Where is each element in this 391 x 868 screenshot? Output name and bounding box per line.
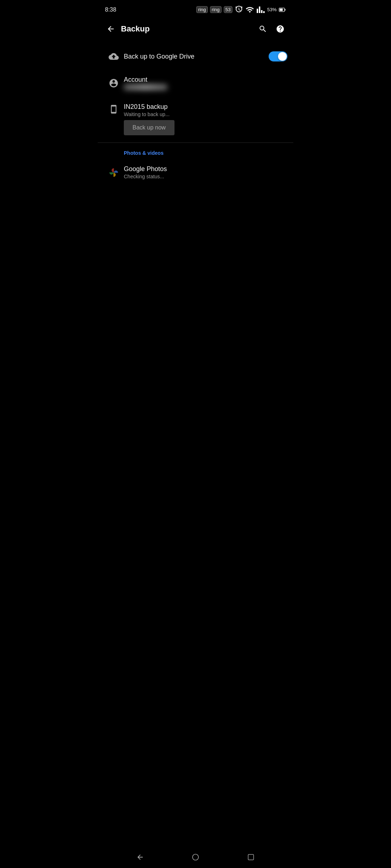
google-photos-icon-container (104, 167, 124, 178)
app-bar: Backup (98, 17, 293, 41)
google-photos-icon (108, 167, 119, 178)
section-divider (98, 142, 293, 143)
wifi-icon (245, 5, 254, 14)
backup-toggle[interactable] (269, 51, 287, 61)
photos-videos-section: Photos & videos Google Photos Checking s… (98, 144, 293, 186)
nav-recent-icon (247, 854, 255, 861)
account-content: Account (124, 76, 287, 90)
back-arrow-icon (106, 25, 115, 33)
nav-recent-button[interactable] (244, 851, 257, 864)
device-backup-title: IN2015 backup (124, 103, 287, 111)
help-button[interactable] (273, 22, 287, 36)
notif-badge-53: 53 (224, 6, 232, 13)
signal-icon (256, 5, 265, 14)
nav-bar (98, 846, 293, 868)
toggle-knob (278, 52, 287, 61)
backup-to-drive-item[interactable]: Back up to Google Drive (98, 43, 293, 69)
device-backup-content: IN2015 backup Waiting to back up... Back… (124, 103, 287, 135)
backup-now-button[interactable]: Back up now (124, 120, 175, 135)
svg-point-2 (193, 854, 199, 860)
battery-icon (279, 6, 286, 13)
settings-list: Back up to Google Drive Account IN2015 b… (98, 41, 293, 141)
status-time: 8:38 (105, 7, 116, 13)
smartphone-icon-container (104, 105, 124, 114)
google-photos-subtitle: Checking status... (124, 174, 287, 179)
account-icon-container (104, 78, 124, 88)
status-icons: ring ring 53 53% (196, 5, 286, 14)
help-icon (276, 25, 285, 33)
status-bar: 8:38 ring ring 53 53% (98, 0, 293, 17)
nav-home-icon (192, 853, 199, 861)
nav-back-icon (136, 853, 144, 861)
battery-text: 53% (267, 7, 277, 12)
account-circle-icon (109, 78, 119, 88)
cloud-upload-icon-container (104, 51, 124, 61)
nav-back-button[interactable] (134, 851, 147, 864)
ring-badge-1: ring (196, 6, 208, 13)
google-photos-title: Google Photos (124, 165, 287, 173)
app-bar-actions (256, 22, 287, 36)
backup-toggle-container[interactable] (269, 51, 287, 61)
device-backup-subtitle: Waiting to back up... (124, 111, 287, 117)
cloud-upload-icon (109, 51, 119, 61)
google-photos-content: Google Photos Checking status... (124, 165, 287, 179)
ring-badge-2: ring (210, 6, 222, 13)
page-title: Backup (121, 24, 256, 34)
search-icon (258, 25, 267, 33)
device-backup-item[interactable]: IN2015 backup Waiting to back up... Back… (98, 97, 293, 138)
nav-home-button[interactable] (189, 851, 202, 864)
search-button[interactable] (256, 22, 270, 36)
alarm-icon (235, 5, 243, 14)
account-email (124, 84, 167, 90)
svg-rect-3 (248, 855, 254, 860)
smartphone-icon (109, 105, 118, 114)
photos-videos-header: Photos & videos (98, 144, 293, 159)
svg-rect-1 (280, 8, 283, 11)
google-photos-item[interactable]: Google Photos Checking status... (98, 159, 293, 186)
backup-to-drive-title: Back up to Google Drive (124, 53, 269, 60)
back-button[interactable] (104, 22, 118, 36)
backup-to-drive-content: Back up to Google Drive (124, 53, 269, 60)
account-item[interactable]: Account (98, 69, 293, 97)
account-title: Account (124, 76, 287, 84)
